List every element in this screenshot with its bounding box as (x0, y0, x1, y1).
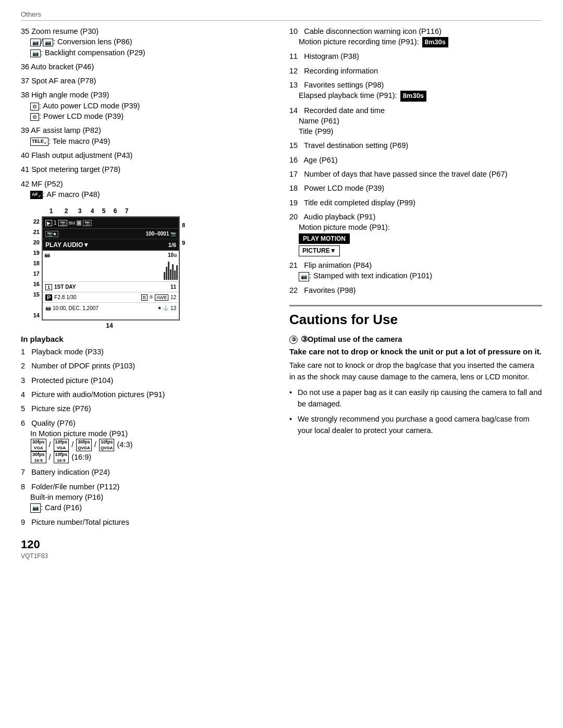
left-row-labels: 22 21 20 19 18 17 16 15 14 (26, 216, 42, 320)
right-item-20: 20 Audio playback (P91) Motion picture m… (289, 212, 542, 256)
bullet-item-2: We strongly recommend you purchase a goo… (289, 414, 542, 437)
playback-item-6: 6 Quality (P76) In Motion picture mode (… (21, 418, 274, 464)
list-item-37: 37 Spot AF area (P78) (21, 76, 274, 86)
diagram-with-labels: 22 21 20 19 18 17 16 15 14 (26, 216, 193, 320)
right-column: 10 Cable disconnection warning icon (P11… (289, 26, 542, 560)
cautions-bold-text: Take care not to drop or knock the unit … (289, 347, 542, 356)
pb6-sub3: 30fps16:9 / 10fps16:9 (16:9) (21, 451, 274, 464)
circle-3-icon: ③ (289, 336, 298, 344)
pb8-sub2: 📷: Card (P16) (21, 502, 274, 513)
right-item-21: 21 Flip animation (P84) 📷: Stamped with … (289, 260, 542, 281)
in-playback-label: In playback (21, 335, 274, 343)
page-number: 120 (21, 538, 274, 551)
item-38-sub2: ⚙: Power LCD mode (P39) (21, 111, 274, 121)
r13-sub: Elapsed playback time (P91): 8m30s (289, 90, 542, 101)
right-item-11: 11 Histogram (P38) (289, 51, 542, 61)
bullet-item-1: Do not use a paper bag as it can easily … (289, 387, 542, 410)
play-motion-box: PLAY MOTION (299, 233, 350, 244)
list-item-35: 35 Zoom resume (P30) 📷/📷: Conversion len… (21, 26, 274, 58)
r20-play-motion: PLAY MOTION (289, 233, 542, 245)
playback-item-3: 3 Protected picture (P104) (21, 375, 274, 386)
list-item-39: 39 AF assist lamp (P82) TELE✓: Tele macr… (21, 125, 274, 146)
right-item-10: 10 Cable disconnection warning icon (P11… (289, 26, 542, 47)
diagram-row-7: 📷 10:00, DEC. 1,2007 ★ ⚓ 13 (43, 303, 179, 313)
r20-sub: Motion picture mode (P91): (289, 222, 542, 232)
item-35-sub1: 📷/📷: Conversion lens (P86) (21, 36, 274, 47)
diagram-row-6: P F2.8 1/30 B ⑤ AWB 12 (43, 292, 179, 303)
pb8-sub1: Built-in memory (P16) (21, 492, 274, 502)
cautions-bullet-list: Do not use a paper bag as it can easily … (289, 387, 542, 437)
diagram-row-2: 📷★ 100−0001 📷 (43, 229, 179, 239)
category-label: Others (21, 10, 542, 21)
diagram-top-labels: 1 2 3 4 5 6 7 (43, 207, 193, 215)
playback-item-7: 7 Battery indication (P24) (21, 467, 274, 477)
right-item-13: 13 Favorites settings (P98) Elapsed play… (289, 80, 542, 101)
camera-diagram-wrapper: 1 2 3 4 5 6 7 22 21 20 19 18 (26, 207, 193, 329)
cautions-body-text: Take care not to knock or drop the bag/c… (289, 360, 542, 383)
right-item-14: 14 Recorded date and time Name (P61) Tit… (289, 105, 542, 137)
page-container: Others 35 Zoom resume (P30) 📷/📷: Convers… (0, 0, 563, 728)
playback-item-4: 4 Picture with audio/Motion pictures (P9… (21, 389, 274, 400)
right-item-16: 16 Age (P61) (289, 155, 542, 165)
right-item-19: 19 Title edit completed display (P99) (289, 198, 542, 208)
right-item-17: 17 Number of days that have passed since… (289, 169, 542, 179)
item-35-sub2: 📷: Backlight compensation (P29) (21, 47, 274, 58)
cautions-subtitle: ③ ③Optimal use of the camera (289, 335, 542, 344)
diagram-row-5: 1 1ST DAY 11 (43, 282, 179, 292)
list-item-41: 41 Spot metering target (P78) (21, 164, 274, 175)
list-item-40: 40 Flash output adjustment (P43) (21, 150, 274, 161)
r14-sub2: Title (P99) (289, 126, 542, 137)
picture-box: PICTURE▼ (299, 245, 340, 256)
pb6-sub1: In Motion picture mode (P91) (21, 428, 274, 439)
right-row-labels: 8 9 (180, 216, 193, 320)
cautions-title: Cautions for Use (289, 312, 542, 328)
diagram-row-4: 10⊙ 📷 (43, 251, 179, 282)
list-item-38: 38 High angle mode (P39) ⚙: Auto power L… (21, 90, 274, 121)
main-content: 35 Zoom resume (P30) 📷/📷: Conversion len… (21, 26, 542, 560)
page-code: VQT1F83 (21, 552, 274, 560)
r21-sub: 📷: Stamped with text indication (P101) (289, 270, 542, 281)
playback-item-2: 2 Number of DPOF prints (P103) (21, 361, 274, 371)
list-item-42: 42 MF (P52) AF✓: AF macro (P48) (21, 179, 274, 200)
item-42-sub: AF✓: AF macro (P48) (21, 189, 274, 200)
left-column: 35 Zoom resume (P30) 📷/📷: Conversion len… (21, 26, 274, 560)
pb6-sub2: 30fpsVGA / 10fpsVGA / 30fpsQVGA / 10fpsQ… (21, 439, 274, 451)
right-item-15: 15 Travel destination setting (P69) (289, 140, 542, 151)
playback-item-5: 5 Picture size (P76) (21, 403, 274, 414)
diagram-row-3: PLAY AUDIO▼ 1/6 (43, 239, 179, 251)
diagram-bottom-label: 14 (26, 322, 193, 329)
r20-picture: PICTURE▼ (289, 245, 542, 256)
diagram-row-1: ▶ 1 📷 8M ≡ 📷 (43, 217, 179, 229)
right-item-12: 12 Recording information (289, 66, 542, 76)
right-item-22: 22 Favorites (P98) (289, 285, 542, 295)
item-39-sub: TELE✓: Tele macro (P49) (21, 136, 274, 146)
playback-item-1: 1 Playback mode (P33) (21, 347, 274, 357)
section-divider (289, 305, 542, 306)
list-item-36: 36 Auto bracket (P46) (21, 61, 274, 72)
r10-sub: Motion picture recording time (P91): 8m3… (289, 36, 542, 47)
right-item-18: 18 Power LCD mode (P39) (289, 183, 542, 193)
playback-item-9: 9 Picture number/Total pictures (21, 517, 274, 527)
item-38-sub1: ⚙: Auto power LCD mode (P39) (21, 101, 274, 111)
r14-sub1: Name (P61) (289, 116, 542, 126)
playback-item-8: 8 Folder/File number (P112) Built-in mem… (21, 482, 274, 513)
diagram-box: ▶ 1 📷 8M ≡ 📷 📷★ (42, 216, 180, 320)
